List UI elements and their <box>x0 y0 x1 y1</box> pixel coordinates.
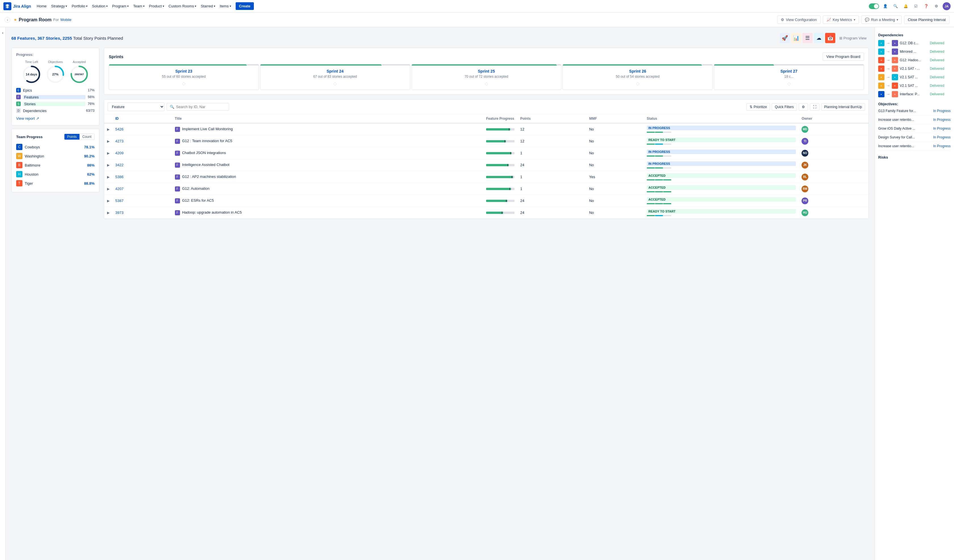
count-tab[interactable]: Count <box>80 134 94 140</box>
row-expand-icon[interactable]: ▶ <box>107 211 110 215</box>
sprint-name[interactable]: Sprint 24 <box>264 69 407 73</box>
sprint-name[interactable]: Sprint 27 <box>717 69 860 73</box>
dep-to-icon: ▪ <box>892 91 898 97</box>
nav-item-home[interactable]: Home <box>34 3 49 9</box>
run-meeting-button[interactable]: 💬 Run a Meeting ▾ <box>861 16 902 24</box>
feature-id[interactable]: 3973 <box>115 210 123 215</box>
settings-filter-icon[interactable]: ⚙ <box>799 103 808 110</box>
bell-icon[interactable]: 🔔 <box>902 2 910 10</box>
sprint-name[interactable]: Sprint 26 <box>566 69 709 73</box>
sidebar-toggle[interactable]: › <box>5 17 10 23</box>
dep-name[interactable]: G12: DB c... <box>900 41 928 45</box>
cloud-view-icon[interactable]: ☁ <box>814 33 824 43</box>
row-expand-icon[interactable]: ▶ <box>107 128 110 131</box>
key-metrics-button[interactable]: 📈 Key Metrics ▾ <box>823 16 859 24</box>
sprint-name[interactable]: Sprint 25 <box>415 69 558 73</box>
prioritize-button[interactable]: ⇅ Prioritize <box>747 103 770 110</box>
chart-view-icon[interactable]: 📊 <box>791 33 801 43</box>
calendar-view-icon[interactable]: 📅 <box>825 33 835 43</box>
objective-name[interactable]: Increase user retentio... <box>878 144 932 148</box>
favorite-star[interactable]: ★ <box>14 17 17 22</box>
dep-name[interactable]: V2.1 SAT ... <box>900 84 928 88</box>
nav-item-custom-rooms[interactable]: Custom Rooms ▾ <box>167 3 199 9</box>
dep-name[interactable]: V2.1 SAT - ... <box>900 67 928 71</box>
app-logo[interactable]: Jira Align <box>3 2 31 10</box>
feature-id[interactable]: 4273 <box>115 139 123 143</box>
search-icon[interactable]: 🔍 <box>892 2 899 10</box>
checkbox-icon[interactable]: ☑ <box>912 2 920 10</box>
view-report-link[interactable]: View report ↗ <box>16 116 95 121</box>
expand-icon[interactable]: ⛶ <box>810 103 819 110</box>
id-col-header[interactable]: ID <box>112 114 172 123</box>
nav-item-team[interactable]: Team ▾ <box>131 3 147 9</box>
row-expand-icon[interactable]: ▶ <box>107 151 110 155</box>
user-avatar[interactable]: JA <box>943 2 951 10</box>
dep-name[interactable]: Mirrored ... <box>900 50 928 54</box>
objective-name[interactable]: Design Survey for Call... <box>878 135 932 139</box>
points-cell: 24 <box>517 195 586 207</box>
nav-item-items[interactable]: Items ▾ <box>217 3 233 9</box>
row-expand-icon[interactable]: ▶ <box>107 163 110 167</box>
team-name: Washington <box>25 154 82 158</box>
owner-avatar: JK <box>801 162 808 168</box>
nav-item-solution[interactable]: Solution ▾ <box>90 3 110 9</box>
row-expand-icon[interactable]: ▶ <box>107 187 110 191</box>
user-icon[interactable]: 👤 <box>881 2 889 10</box>
points-cell: 1 <box>517 171 586 183</box>
nav-item-starred[interactable]: Starred ▾ <box>198 3 217 9</box>
feature-id[interactable]: 4209 <box>115 151 123 155</box>
dependencies-progress: D Dependencies 63/73 <box>16 108 95 113</box>
nav-item-portfolio[interactable]: Portfolio ▾ <box>69 3 90 9</box>
objective-item: Design Survey for Call... In Progress <box>878 135 951 142</box>
close-interval-button[interactable]: Close Planning Interval <box>904 16 949 24</box>
settings-icon[interactable]: ⚙ <box>932 2 940 10</box>
row-expand-icon[interactable]: ▶ <box>107 175 110 179</box>
sprint-stories: 67 out of 83 stories accepted <box>264 75 407 79</box>
team-name: Cowboys <box>25 145 82 149</box>
view-configuration-button[interactable]: ⚙ View Configuration <box>777 16 821 24</box>
dep-name[interactable]: V2.1 SAT ... <box>900 75 928 79</box>
quick-filters-button[interactable]: Quick Filters <box>772 103 797 110</box>
list-view-icon[interactable]: ☰ <box>803 33 812 43</box>
row-expand-icon[interactable]: ▶ <box>107 199 110 203</box>
view-program-board-button[interactable]: View Program Board <box>823 53 864 61</box>
burnup-button[interactable]: Planning Interval BurnUp <box>821 103 865 110</box>
nav-item-product[interactable]: Product ▾ <box>147 3 167 9</box>
features-progress: F Features 56% <box>16 95 95 99</box>
chevron-down-icon: ▾ <box>854 18 855 21</box>
feature-id[interactable]: 5387 <box>115 199 123 203</box>
points-cell: 1 <box>517 147 586 159</box>
sprint-column: Sprint 23 55 out of 60 stories accepted … <box>109 64 259 90</box>
sprint-remaining-bar <box>382 64 410 65</box>
nav-item-program[interactable]: Program ▾ <box>110 3 131 9</box>
status-cell: IN PROGRESS <box>644 159 799 171</box>
left-sidebar[interactable]: ‹ <box>0 27 6 560</box>
create-button[interactable]: Create <box>235 2 254 10</box>
nav-item-strategy[interactable]: Strategy ▾ <box>49 3 69 9</box>
objective-name[interactable]: Grow iOS Daily Active ... <box>878 126 932 131</box>
program-view-button[interactable]: ⊞ Program View <box>837 34 869 42</box>
feature-id[interactable]: 5386 <box>115 175 123 179</box>
feature-id[interactable]: 3422 <box>115 163 123 167</box>
points-tab[interactable]: Points <box>64 134 80 140</box>
points-cell: 24 <box>517 207 586 219</box>
feature-id[interactable]: 5426 <box>115 127 123 131</box>
help-icon[interactable]: ❓ <box>922 2 930 10</box>
dep-status: Delivered <box>930 84 944 88</box>
feature-filter-select[interactable]: Feature <box>108 103 164 111</box>
dep-status: Delivered <box>930 75 944 79</box>
dep-name[interactable]: G12: Hadoo... <box>900 58 928 62</box>
objective-name[interactable]: Increase user retentio... <box>878 118 932 122</box>
stories-progress: S Stories 76% <box>16 101 95 106</box>
status-mini-bar <box>647 143 796 145</box>
rocket-view-icon[interactable]: 🚀 <box>780 33 790 43</box>
row-expand-icon[interactable]: ▶ <box>107 139 110 143</box>
feature-id[interactable]: 4207 <box>115 187 123 191</box>
expand-cell: ▶ <box>104 183 112 195</box>
sprint-name[interactable]: Sprint 23 <box>112 69 255 73</box>
project-name[interactable]: Mobile <box>61 17 71 22</box>
toggle-switch[interactable] <box>869 3 879 9</box>
search-input[interactable] <box>176 105 224 109</box>
objective-name[interactable]: G13 Family Feature for... <box>878 109 932 113</box>
dep-name[interactable]: Interface: P... <box>900 92 928 96</box>
